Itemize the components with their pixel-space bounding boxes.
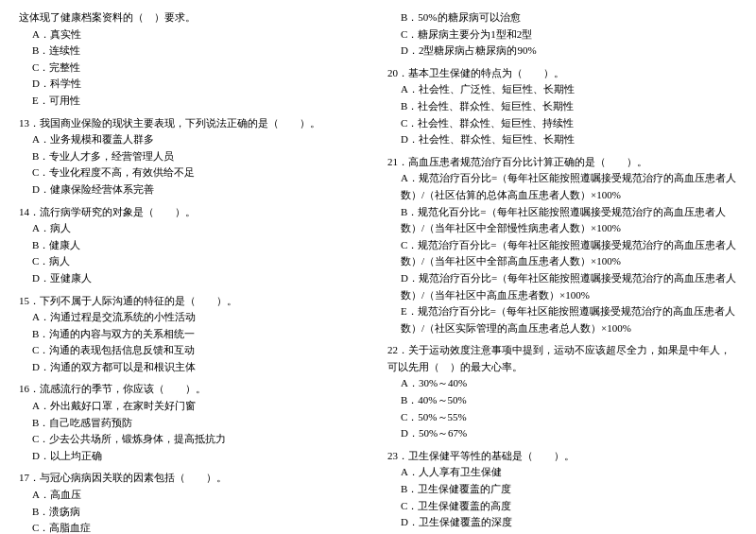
question-option: C．卫生保健覆盖的高度 [387,498,737,515]
question-block: 14．流行病学研究的对象是（ ）。A．病人B．健康人C．病人D．亚健康人 [19,204,369,287]
question-option: E．规范治疗百分比=（每年社区能按照遵嘱接受规范治疗的高血压患者人数）/（社区实… [387,303,737,336]
question-block: 23．卫生保健平等性的基础是（ ）。A．人人享有卫生保健B．卫生保健覆盖的广度C… [387,448,737,534]
question-option: A．真实性 [19,26,369,43]
question-option: B．专业人才多，经营管理人员 [19,148,369,165]
question-option: C．50%～55% [387,409,737,426]
question-block: B．50%的糖尿病可以治愈C．糖尿病主要分为1型和2型D．2型糖尿病占糖尿病的9… [387,9,737,60]
question-option: B．连续性 [19,43,369,60]
question-option: A．高血压 [19,487,369,504]
question-option: B．社会性、群众性、短巨性、长期性 [387,98,737,115]
question-option: A．业务规模和覆盖人群多 [19,131,369,148]
question-option: B．溃疡病 [19,504,369,521]
question-option: B．40%～50% [387,392,737,409]
question-option: B．沟通的内容与双方的关系相统一 [19,326,369,343]
question-option: A．外出戴好口罩，在家时关好门窗 [19,398,369,415]
page-container: 这体现了健康档案资料的（ ）要求。A．真实性B．连续性C．完整性D．科学性E．可… [19,9,737,534]
question-option: A．沟通过程是交流系统的小性活动 [19,309,369,326]
question-option: C．高脂血症 [19,520,369,534]
content-area: 这体现了健康档案资料的（ ）要求。A．真实性B．连续性C．完整性D．科学性E．可… [19,9,737,534]
question-option: A．社会性、广泛性、短巨性、长期性 [387,81,737,98]
question-title: 20．基本卫生保健的特点为（ ）。 [387,65,737,82]
question-option: D．社会性、群众性、短巨性、长期性 [387,131,737,148]
question-option: A．30%～40% [387,375,737,392]
question-title: 23．卫生保健平等性的基础是（ ）。 [387,448,737,465]
right-column: B．50%的糖尿病可以治愈C．糖尿病主要分为1型和2型D．2型糖尿病占糖尿病的9… [387,9,737,534]
question-option: B．规范化百分比=（每年社区能按照遵嘱接受规范治疗的高血压患者人数）/（当年社区… [387,204,737,237]
question-option: A．规范治疗百分比=（每年社区能按照遵嘱接受规范治疗的高血压患者人数）/（社区估… [387,170,737,203]
question-option: D．健康保险经营体系完善 [19,181,369,198]
question-option: D．2型糖尿病占糖尿病的90% [387,43,737,60]
question-option: D．50%～67% [387,425,737,442]
question-block: 15．下列不属于人际沟通的特征的是（ ）。A．沟通过程是交流系统的小性活动B．沟… [19,293,369,376]
question-option: D．卫生保健覆盖的深度 [387,514,737,531]
question-block: 13．我国商业保险的现状主要表现，下列说法正确的是（ ）。A．业务规模和覆盖人群… [19,115,369,198]
question-option: D．科学性 [19,76,369,93]
question-title: 17．与冠心病病因关联的因素包括（ ）。 [19,470,369,487]
question-title: 21．高血压患者规范治疗百分比计算正确的是（ ）。 [387,154,737,171]
question-option: C．少去公共场所，锻炼身体，提高抵抗力 [19,431,369,448]
question-option: C．规范治疗百分比=（每年社区能按照遵嘱接受规范治疗的高血压患者人数）/（当年社… [387,237,737,270]
question-title: 15．下列不属于人际沟通的特征的是（ ）。 [19,293,369,310]
question-block: 16．流感流行的季节，你应该（ ）。A．外出戴好口罩，在家时关好门窗B．自己吃感… [19,381,369,464]
question-option: B．自己吃感冒药预防 [19,415,369,432]
question-block: 21．高血压患者规范治疗百分比计算正确的是（ ）。A．规范治疗百分比=（每年社区… [387,154,737,337]
question-option: C．完整性 [19,60,369,77]
question-option: B．卫生保健覆盖的广度 [387,481,737,498]
question-option: B．50%的糖尿病可以治愈 [387,9,737,26]
left-column: 这体现了健康档案资料的（ ）要求。A．真实性B．连续性C．完整性D．科学性E．可… [19,9,369,534]
question-option: C．专业化程度不高，有效供给不足 [19,164,369,181]
question-option: D．以上均正确 [19,448,369,465]
question-title: 14．流行病学研究的对象是（ ）。 [19,204,369,221]
question-title: 这体现了健康档案资料的（ ）要求。 [19,9,369,26]
question-option: C．病人 [19,253,369,270]
question-option: D．规范治疗百分比=（每年社区能按照遵嘱接受规范治疗的高血压患者人数）/（当年社… [387,270,737,303]
question-title: 22．关于运动效度注意事项中提到，运动不应该超尽全力，如果是中年人，可以先用（ … [387,342,737,375]
question-option: D．亚健康人 [19,270,369,287]
question-block: 20．基本卫生保健的特点为（ ）。A．社会性、广泛性、短巨性、长期性B．社会性、… [387,65,737,148]
question-title: 13．我国商业保险的现状主要表现，下列说法正确的是（ ）。 [19,115,369,132]
question-option: C．沟通的表现包括信息反馈和互动 [19,342,369,359]
question-option: C．糖尿病主要分为1型和2型 [387,26,737,43]
question-block: 22．关于运动效度注意事项中提到，运动不应该超尽全力，如果是中年人，可以先用（ … [387,342,737,442]
question-option: E．可用性 [19,93,369,110]
question-title: 16．流感流行的季节，你应该（ ）。 [19,381,369,398]
question-option: A．人人享有卫生保健 [387,464,737,481]
question-block: 17．与冠心病病因关联的因素包括（ ）。A．高血压B．溃疡病C．高脂血症D．高草… [19,470,369,534]
question-option: C．社会性、群众性、短巨性、持续性 [387,115,737,132]
question-option: A．病人 [19,220,369,237]
question-option: D．沟通的双方都可以是和根识主体 [19,359,369,376]
question-block: 这体现了健康档案资料的（ ）要求。A．真实性B．连续性C．完整性D．科学性E．可… [19,9,369,110]
question-option: B．健康人 [19,237,369,254]
